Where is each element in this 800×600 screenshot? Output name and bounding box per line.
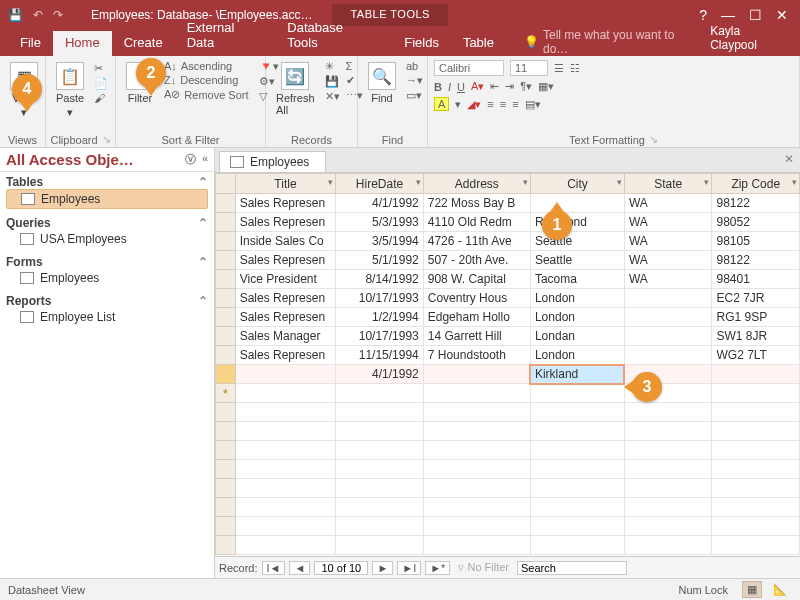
tab-table[interactable]: Table: [451, 31, 506, 56]
ribbon: ▦View▾ Views 📋Paste▾ ✂ 📄 🖌 Clipboard ↘ ▿…: [0, 56, 800, 148]
first-record-button[interactable]: I◄: [262, 561, 286, 575]
paste-button[interactable]: 📋Paste▾: [52, 60, 88, 121]
italic-button[interactable]: I: [448, 81, 451, 93]
table-row[interactable]: Sales Represen5/3/19934110 Old RedmRedmo…: [216, 213, 800, 232]
column-header-state[interactable]: State▾: [624, 174, 711, 194]
tab-external-data[interactable]: External Data: [175, 16, 276, 56]
undo-icon[interactable]: ↶: [33, 8, 43, 22]
align-left-icon[interactable]: ≡: [487, 98, 493, 110]
object-tab-employees[interactable]: Employees: [219, 151, 326, 172]
remove-sort-button[interactable]: A⊘ Remove Sort: [164, 88, 249, 101]
search-box[interactable]: [517, 561, 627, 575]
close-tab-icon[interactable]: ✕: [784, 152, 794, 166]
column-header-zip-code[interactable]: Zip Code▾: [712, 174, 800, 194]
align-center-icon[interactable]: ≡: [500, 98, 506, 110]
tab-fields[interactable]: Fields: [392, 31, 451, 56]
tab-file[interactable]: File: [8, 31, 53, 56]
save-record-button[interactable]: 💾: [325, 75, 340, 88]
title-bar: 💾 ↶ ↷ Employees: Database- \Employees.ac…: [0, 0, 800, 30]
save-icon[interactable]: 💾: [8, 8, 23, 22]
gridlines-icon[interactable]: ▦▾: [538, 80, 554, 93]
nav-item-employees[interactable]: Employees: [6, 189, 208, 209]
nav-group-tables[interactable]: Tables⌃: [6, 175, 208, 189]
select-button[interactable]: ▭▾: [406, 89, 423, 102]
redo-icon[interactable]: ↷: [53, 8, 63, 22]
table-row[interactable]: Vice President8/14/1992908 W. CapitalTac…: [216, 270, 800, 289]
descending-button[interactable]: Z↓ Descending: [164, 74, 249, 86]
rtl-icon[interactable]: ¶▾: [520, 80, 532, 93]
group-text-formatting: Text Formatting ↘: [434, 131, 793, 146]
bold-button[interactable]: B: [434, 81, 442, 93]
font-size-select[interactable]: 11: [510, 60, 548, 76]
align-right-icon[interactable]: ≡: [512, 98, 518, 110]
active-cell[interactable]: Kirkland: [530, 365, 624, 384]
design-view-icon[interactable]: 📐: [768, 581, 792, 598]
copy-button[interactable]: 📄: [94, 77, 108, 90]
goto-button[interactable]: →▾: [406, 74, 423, 87]
alt-row-color-icon[interactable]: ▤▾: [525, 98, 541, 111]
refresh-icon: 🔄: [281, 62, 309, 90]
table-row[interactable]: Sales Represen1/2/1994Edgeham HolloLondo…: [216, 308, 800, 327]
nav-group-forms[interactable]: Forms⌃: [6, 255, 208, 269]
table-row[interactable]: Sales Manager10/17/199314 Garrett HillLo…: [216, 327, 800, 346]
column-header-address[interactable]: Address▾: [423, 174, 530, 194]
new-record-nav-button[interactable]: ►*: [425, 561, 450, 575]
tab-home[interactable]: Home: [53, 31, 112, 56]
replace-button[interactable]: ab: [406, 60, 423, 72]
group-find: Find: [364, 132, 421, 146]
table-row[interactable]: Sales Represen5/1/1992507 - 20th Ave.Sea…: [216, 251, 800, 270]
table-row[interactable]: Inside Sales Co3/5/19944726 - 11th AveSe…: [216, 232, 800, 251]
next-record-button[interactable]: ►: [372, 561, 393, 575]
datasheet-view-icon[interactable]: ▦: [742, 581, 762, 598]
new-record-button[interactable]: ✳: [325, 60, 340, 73]
table-row[interactable]: Sales Represen10/17/1993Coventry HousLon…: [216, 289, 800, 308]
column-header-hiredate[interactable]: HireDate▾: [336, 174, 423, 194]
signed-in-user[interactable]: Kayla Claypool: [698, 20, 800, 56]
find-button[interactable]: 🔍Find: [364, 60, 400, 106]
table-row[interactable]: Sales Represen11/15/19947 HoundstoothLon…: [216, 346, 800, 365]
record-navigator: Record: I◄ ◄ ► ►I ►* ▿ No Filter: [215, 556, 800, 578]
highlight-button[interactable]: A: [434, 97, 449, 111]
ascending-button[interactable]: A↓ Ascending: [164, 60, 249, 72]
numbering-icon[interactable]: ☷: [570, 62, 580, 75]
nav-group-queries[interactable]: Queries⌃: [6, 216, 208, 230]
underline-button[interactable]: U: [457, 81, 465, 93]
nav-title[interactable]: All Access Obje…: [6, 151, 134, 168]
refresh-all-button[interactable]: 🔄Refresh All: [272, 60, 319, 118]
table-icon: [230, 156, 244, 168]
nav-item-employee-list[interactable]: Employee List: [6, 308, 208, 326]
table-icon: [21, 193, 35, 205]
column-header-city[interactable]: City▾: [530, 174, 624, 194]
last-record-button[interactable]: ►I: [397, 561, 421, 575]
table-icon: [20, 311, 34, 323]
nav-dropdown-icon[interactable]: ⓥ: [185, 152, 196, 167]
nav-group-reports[interactable]: Reports⌃: [6, 294, 208, 308]
bullets-icon[interactable]: ☰: [554, 62, 564, 75]
tell-me-box[interactable]: 💡 Tell me what you want to do…: [524, 28, 698, 56]
tab-database-tools[interactable]: Database Tools: [275, 16, 386, 56]
nav-collapse-icon[interactable]: «: [202, 152, 208, 167]
table-row[interactable]: Sales Represen4/1/1992722 Moss Bay BWA98…: [216, 194, 800, 213]
nav-item-usa-employees[interactable]: USA Employees: [6, 230, 208, 248]
numlock-indicator: Num Lock: [678, 584, 728, 596]
delete-record-button[interactable]: ✕▾: [325, 90, 340, 103]
font-name-select[interactable]: Calibri: [434, 60, 504, 76]
datasheet-grid[interactable]: Title▾HireDate▾Address▾City▾State▾Zip Co…: [215, 172, 800, 556]
prev-record-button[interactable]: ◄: [289, 561, 310, 575]
select-all-corner[interactable]: [216, 174, 236, 194]
format-painter-button[interactable]: 🖌: [94, 92, 108, 104]
column-header-title[interactable]: Title▾: [235, 174, 336, 194]
font-color-button[interactable]: A▾: [471, 80, 484, 93]
clipboard-icon: 📋: [56, 62, 84, 90]
edit-row[interactable]: 4/1/1992Kirkland: [216, 365, 800, 384]
indent-right-icon[interactable]: ⇥: [505, 80, 514, 93]
cut-button[interactable]: ✂: [94, 62, 108, 75]
new-row[interactable]: *: [216, 384, 800, 403]
fill-color-button[interactable]: ◢▾: [467, 98, 481, 111]
indent-left-icon[interactable]: ⇤: [490, 80, 499, 93]
nav-item-employees[interactable]: Employees: [6, 269, 208, 287]
navigation-pane: All Access Obje… ⓥ « Tables⌃EmployeesQue…: [0, 148, 215, 578]
record-position-input[interactable]: [314, 561, 368, 575]
tab-create[interactable]: Create: [112, 31, 175, 56]
callout-2: 2: [136, 58, 166, 88]
